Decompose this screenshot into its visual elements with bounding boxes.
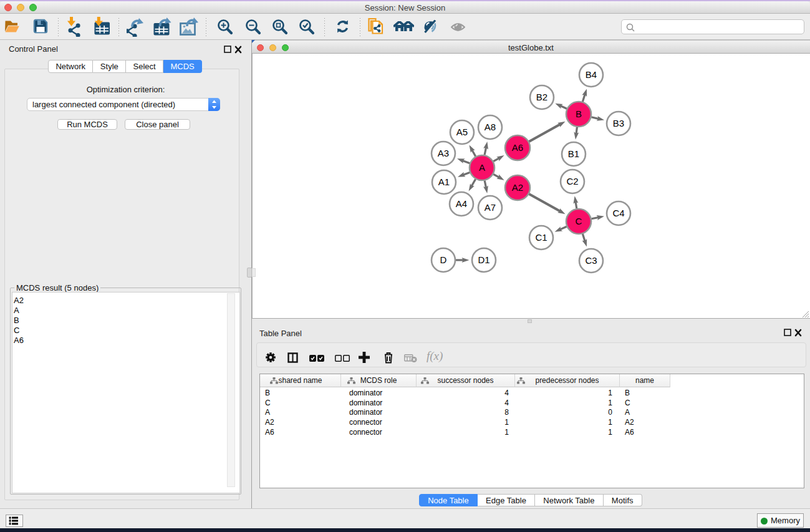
svg-text:f(x): f(x) — [427, 350, 443, 363]
svg-text:C2: C2 — [566, 176, 578, 186]
svg-text:A4: A4 — [456, 198, 467, 209]
svg-text:B1: B1 — [568, 148, 579, 159]
svg-text:C4: C4 — [612, 208, 624, 218]
svg-text:C3: C3 — [585, 255, 597, 266]
svg-text:A6: A6 — [512, 142, 523, 153]
svg-text:B3: B3 — [613, 118, 624, 128]
svg-text:B: B — [576, 109, 582, 119]
svg-text:D1: D1 — [478, 254, 489, 265]
svg-text:C: C — [576, 216, 582, 226]
svg-text:A7: A7 — [485, 202, 496, 213]
svg-text:B2: B2 — [536, 92, 547, 102]
svg-text:A5: A5 — [456, 127, 468, 137]
svg-text:A3: A3 — [438, 148, 449, 158]
svg-text:D: D — [440, 254, 447, 265]
svg-text:A2: A2 — [512, 182, 523, 193]
svg-text:B4: B4 — [586, 69, 597, 80]
svg-text:A1: A1 — [438, 177, 450, 187]
svg-text:C1: C1 — [535, 232, 547, 243]
svg-text:A8: A8 — [485, 122, 496, 132]
svg-text:A: A — [479, 162, 485, 173]
